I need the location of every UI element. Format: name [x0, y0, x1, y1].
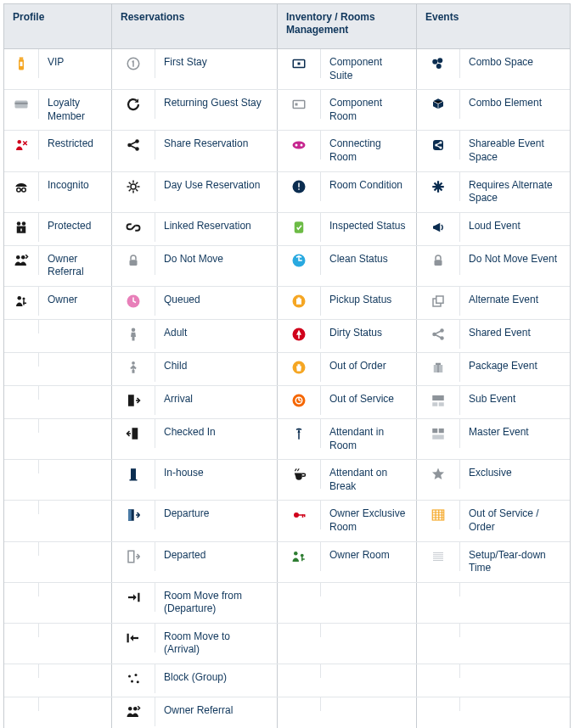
- cell-events: Loud Event: [417, 213, 570, 245]
- block-icon: [112, 664, 155, 693]
- svg-point-37: [16, 255, 20, 260]
- cell-profile: Loyalty Member: [4, 90, 112, 130]
- svg-rect-35: [20, 228, 22, 231]
- svg-rect-22: [433, 140, 443, 150]
- svg-rect-67: [439, 402, 444, 406]
- cell-label: Out of Order: [321, 353, 416, 380]
- table-row: Room Move from (Departure): [4, 583, 570, 624]
- gear-icon: [112, 172, 155, 201]
- table-row: IncognitoDay Use ReservationRoom Conditi…: [4, 172, 570, 213]
- svg-rect-72: [432, 434, 444, 439]
- empty-icon: [278, 624, 321, 637]
- cell-inventory: [278, 583, 417, 623]
- table-row: DepartedOwner RoomSetup/Tear-down Time: [4, 542, 570, 583]
- cell-reservations: Linked Reservation: [112, 213, 278, 245]
- cell-events: [417, 624, 570, 664]
- empty-icon: [4, 583, 39, 596]
- empty-icon: [4, 353, 39, 367]
- cell-label: [321, 664, 416, 678]
- svg-point-10: [436, 64, 442, 69]
- combo-element-icon: [417, 90, 460, 119]
- svg-point-8: [432, 59, 437, 64]
- cell-label: Departure: [155, 501, 277, 528]
- empty-icon: [278, 583, 321, 596]
- cell-label: [460, 624, 570, 637]
- svg-point-44: [23, 297, 25, 300]
- cell-label: Adult: [155, 320, 277, 347]
- owner-referral-icon: [112, 697, 155, 726]
- component-suite-icon: [278, 49, 321, 78]
- svg-rect-88: [127, 634, 129, 643]
- cell-label: Share Reservation: [155, 131, 277, 158]
- table-header-row: ProfileReservationsInventory / Rooms Man…: [4, 4, 570, 49]
- cell-inventory: Room Condition: [278, 172, 417, 212]
- cell-inventory: Component Suite: [278, 49, 417, 89]
- empty-icon: [417, 583, 460, 596]
- cell-reservations: Child: [112, 353, 278, 385]
- svg-point-84: [301, 553, 304, 557]
- megaphone-icon: [417, 213, 460, 242]
- empty-icon: [4, 320, 39, 333]
- cell-label: Room Move from (Departure): [155, 583, 277, 623]
- lock-grey-icon: [112, 246, 155, 275]
- cell-events: [417, 697, 570, 728]
- svg-rect-74: [130, 479, 138, 481]
- svg-point-19: [293, 142, 306, 149]
- clean-icon: [278, 246, 321, 275]
- asterisk-icon: [417, 172, 460, 201]
- cell-label: [39, 697, 111, 711]
- cell-label: Master Event: [460, 419, 570, 446]
- svg-point-93: [128, 707, 132, 711]
- child-icon: [112, 353, 155, 382]
- empty-icon: [4, 542, 39, 556]
- cell-inventory: Pickup Status: [278, 287, 417, 319]
- col-header-events: Events: [417, 4, 570, 48]
- cell-label: Linked Reservation: [155, 213, 277, 240]
- svg-rect-79: [302, 515, 304, 518]
- share-event-icon: [417, 131, 460, 160]
- cell-label: [39, 542, 111, 556]
- cell-label: [39, 353, 111, 367]
- cell-label: Dirty Status: [321, 320, 416, 347]
- svg-point-57: [132, 361, 135, 365]
- cell-events: Requires Alternate Space: [417, 172, 570, 212]
- cell-label: [460, 583, 570, 596]
- empty-icon: [4, 697, 39, 711]
- svg-rect-51: [436, 296, 443, 303]
- svg-point-32: [17, 221, 21, 226]
- cell-events: Package Event: [417, 353, 570, 385]
- empty-icon: [4, 419, 39, 433]
- cell-label: Returning Guest Stay: [155, 90, 277, 117]
- svg-rect-69: [298, 433, 300, 440]
- svg-rect-39: [130, 260, 138, 266]
- cell-label: Alternate Event: [460, 287, 570, 314]
- table-row: Block (Group): [4, 664, 570, 697]
- svg-rect-36: [295, 221, 304, 233]
- oos-icon: [278, 386, 321, 415]
- cell-label: Inspected Status: [321, 213, 416, 240]
- cell-label: Owner Room: [321, 542, 416, 569]
- cell-reservations: Share Reservation: [112, 131, 278, 171]
- cell-label: First Stay: [155, 49, 277, 76]
- cell-profile: Owner Referral: [4, 246, 112, 286]
- svg-rect-87: [138, 592, 139, 602]
- cell-events: Combo Space: [417, 49, 570, 89]
- cell-label: Loud Event: [460, 213, 570, 240]
- svg-rect-76: [128, 510, 132, 522]
- empty-icon: [278, 697, 321, 711]
- svg-point-20: [295, 144, 298, 147]
- cell-label: Restricted: [39, 131, 111, 158]
- cell-reservations: Arrival: [112, 386, 278, 418]
- svg-point-21: [301, 144, 303, 147]
- table-row: Owner Referral: [4, 697, 570, 728]
- cell-inventory: Out of Service: [278, 386, 417, 418]
- cell-label: Child: [155, 353, 277, 380]
- svg-point-15: [18, 140, 22, 144]
- cell-reservations: Returning Guest Stay: [112, 90, 278, 130]
- svg-rect-62: [128, 395, 134, 406]
- cell-events: [417, 583, 570, 623]
- cell-label: Departed: [155, 542, 277, 569]
- svg-rect-71: [439, 428, 444, 433]
- cell-profile: [4, 624, 112, 664]
- package-icon: [417, 353, 460, 382]
